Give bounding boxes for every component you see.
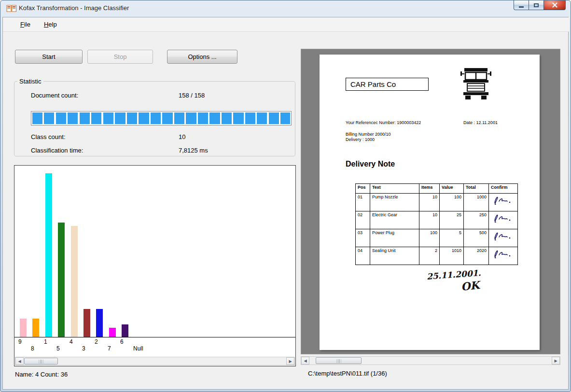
close-icon [552, 2, 557, 8]
table-cell: Sealing Unit [370, 247, 419, 265]
table-header-confirm: Confirm [489, 184, 518, 194]
signature-cell [489, 211, 518, 229]
table-cell: 100 [440, 194, 464, 211]
chart-scroll-thumb[interactable] [24, 358, 58, 364]
bar-label-Null: Null [133, 345, 143, 352]
table-cell: Power Plug [370, 229, 419, 247]
table-header-text: Text [370, 184, 419, 194]
table-row: 04Sealing Unit210102020 [356, 247, 518, 265]
classification-time-label: Classification time: [31, 147, 83, 154]
company-name-box: CAR Parts Co [346, 78, 429, 91]
bar-class-4[interactable] [71, 226, 78, 337]
chart-scroll-left-icon[interactable]: ◀ [15, 357, 24, 365]
class-count-label: Class count: [31, 133, 66, 140]
bar-class-1[interactable] [45, 173, 52, 337]
menubar: File Help [3, 17, 569, 32]
bar-label-4: 4 [70, 338, 73, 345]
window-controls [514, 0, 566, 10]
bar-class-6[interactable] [122, 324, 128, 337]
progress-bar [31, 111, 292, 126]
bar-label-8: 8 [31, 345, 34, 352]
viewer-scroll-left-icon[interactable]: ◀ [301, 357, 309, 364]
table-row: 02Electric Gear1025250 [356, 211, 518, 229]
bar-class-3[interactable] [84, 309, 90, 337]
app-icon [6, 4, 17, 14]
handwritten-ok: OK [460, 279, 480, 293]
bar-chart-labels: 981543276Null [14, 338, 295, 353]
signature-icon [491, 195, 512, 207]
bar-class-7[interactable] [109, 328, 116, 337]
viewer-scroll-right-icon[interactable]: ▶ [552, 357, 560, 364]
classification-time-value: 7,8125 ms [179, 147, 208, 154]
document-title: Delivery Note [346, 160, 395, 168]
stop-button[interactable]: Stop [87, 50, 153, 64]
bar-label-3: 3 [82, 345, 85, 352]
viewer-hscrollbar[interactable]: ◀ ▶ [301, 356, 560, 365]
bar-class-9[interactable] [20, 319, 27, 337]
app-window: Kofax Transformation - Image Classifier … [0, 0, 571, 392]
table-cell: 2 [419, 247, 440, 265]
bar-label-7: 7 [108, 345, 111, 352]
table-row: 03Power Plug1005500 [356, 229, 518, 247]
delivery-line: Delivery : 1000 [346, 137, 375, 142]
table-header-value: Value [440, 184, 464, 194]
table-cell: 500 [464, 229, 489, 247]
table-cell: 5 [440, 229, 464, 247]
titlebar: Kofax Transformation - Image Classifier [0, 0, 571, 17]
maximize-icon [534, 3, 539, 7]
progress-bar-fill [32, 112, 290, 124]
signature-cell [489, 247, 518, 265]
signature-cell [489, 229, 518, 247]
bar-class-5[interactable] [58, 223, 65, 337]
table-cell: 02 [356, 211, 370, 229]
table-cell: 10 [419, 211, 440, 229]
bar-label-1: 1 [44, 338, 47, 345]
table-cell: 100 [419, 229, 440, 247]
start-button[interactable]: Start [15, 50, 83, 64]
signature-icon [491, 248, 512, 261]
delivery-table-body: 01Pump Nozzle10100100002Electric Gear102… [356, 194, 518, 265]
class-count-value: 10 [179, 133, 185, 140]
statistic-groupbox: Statistic Document count: 158 / 158 Clas… [14, 78, 295, 156]
bar-class-2[interactable] [96, 309, 103, 337]
menu-file[interactable]: File [15, 19, 35, 30]
delivery-table-head: PosTextItemsValueTotalConfirm [356, 184, 518, 194]
bar-class-8[interactable] [32, 319, 39, 337]
bar-label-5: 5 [56, 345, 60, 352]
chart-scroll-right-icon[interactable]: ▶ [286, 357, 294, 365]
signature-icon [491, 230, 512, 243]
bar-label-9: 9 [18, 338, 22, 345]
window-title: Kofax Transformation - Image Classifier [19, 4, 129, 12]
table-cell: Electric Gear [370, 211, 419, 229]
menu-help[interactable]: Help [39, 19, 62, 30]
table-header-items: Items [419, 184, 440, 194]
table-cell: Pump Nozzle [370, 194, 419, 211]
current-file-status: C:\temp\testPN\011.tif (1/36) [308, 370, 387, 377]
close-button[interactable] [543, 0, 566, 10]
chart-selection-status: Name: 4 Count: 36 [15, 371, 68, 378]
table-header-pos: Pos [356, 184, 370, 194]
reference-number-line: Your Referencec Number: 1900003422 [346, 120, 421, 125]
table-header-total: Total [464, 184, 489, 194]
options-button[interactable]: Options ... [167, 50, 237, 64]
table-cell: 04 [356, 247, 370, 265]
bar-chart-plot [14, 166, 295, 337]
minimize-button[interactable] [514, 0, 529, 10]
maximize-button[interactable] [529, 0, 543, 10]
table-cell: 1010 [440, 247, 464, 265]
document-viewer[interactable]: CAR Parts Co [301, 49, 560, 354]
table-cell: 03 [356, 229, 370, 247]
truck-icon [460, 67, 491, 103]
delivery-table: PosTextItemsValueTotalConfirm 01Pump Noz… [355, 183, 518, 265]
chart-hscrollbar[interactable]: ◀ ▶ [15, 357, 295, 365]
table-cell: 2020 [464, 247, 489, 265]
document-count-label: Document count: [31, 92, 78, 99]
table-cell: 10 [419, 194, 440, 211]
document-count-value: 158 / 158 [179, 92, 205, 99]
table-cell: 01 [356, 194, 370, 211]
viewer-scroll-thumb[interactable] [316, 357, 362, 364]
statistic-title: Statistic [17, 78, 43, 85]
signature-icon [491, 212, 512, 225]
table-cell: 250 [464, 211, 489, 229]
minimize-icon [519, 6, 524, 8]
